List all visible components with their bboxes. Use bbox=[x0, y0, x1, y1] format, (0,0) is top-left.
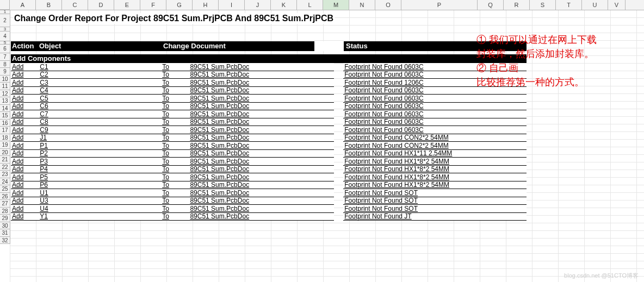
cell-change-document[interactable]: 89C51 Sum.PcbDoc bbox=[189, 158, 333, 166]
col-header-G[interactable]: G bbox=[166, 0, 193, 10]
cell-object[interactable]: C3 bbox=[39, 79, 161, 87]
row-header-9[interactable]: 9 bbox=[0, 68, 10, 76]
change-order-table[interactable]: AddC1To89C51 Sum.PcbDocFootprint Not Fou… bbox=[11, 63, 527, 221]
cell-status[interactable]: Footprint Not Found SOT bbox=[343, 205, 527, 213]
cell-status[interactable]: Footprint Not Found HX1*8*2 54MM bbox=[343, 158, 527, 166]
cell-object[interactable]: C2 bbox=[39, 71, 161, 79]
row-header-30[interactable]: 30 bbox=[0, 222, 10, 230]
cell-action[interactable]: Add bbox=[11, 212, 39, 221]
table-row[interactable]: AddC2To89C51 Sum.PcbDocFootprint Not Fou… bbox=[11, 71, 527, 79]
table-row[interactable]: AddJ1To89C51 Sum.PcbDocFootprint Not Fou… bbox=[11, 134, 527, 142]
cell-action[interactable]: Add bbox=[11, 149, 39, 158]
col-header-N[interactable]: N bbox=[349, 0, 375, 10]
row-header-16[interactable]: 16 bbox=[0, 120, 10, 127]
col-header-M[interactable]: M bbox=[323, 0, 349, 10]
table-row[interactable]: AddY1To89C51 Sum.PcbDocFootprint Not Fou… bbox=[11, 212, 527, 221]
cell-action[interactable]: Add bbox=[11, 126, 39, 134]
cell-status[interactable]: Footprint Not Found 0603C bbox=[343, 102, 527, 110]
col-header-R[interactable]: R bbox=[504, 0, 530, 10]
cell-change-document[interactable]: 89C51 Sum.PcbDoc bbox=[189, 189, 333, 197]
cell-to[interactable]: To bbox=[161, 110, 189, 118]
cell-object[interactable]: U4 bbox=[39, 205, 161, 213]
row-header-18[interactable]: 18 bbox=[0, 134, 10, 142]
cell-change-document[interactable]: 89C51 Sum.PcbDoc bbox=[189, 79, 333, 87]
cell-action[interactable]: Add bbox=[11, 71, 39, 79]
table-row[interactable]: AddP6To89C51 Sum.PcbDocFootprint Not Fou… bbox=[11, 181, 527, 189]
cell-object[interactable]: P4 bbox=[39, 165, 161, 173]
cell-change-document[interactable]: 89C51 Sum.PcbDoc bbox=[189, 63, 333, 71]
cell-change-document[interactable]: 89C51 Sum.PcbDoc bbox=[189, 173, 333, 181]
cell-to[interactable]: To bbox=[161, 126, 189, 134]
row-header-29[interactable]: 29 bbox=[0, 215, 10, 222]
cell-change-document[interactable]: 89C51 Sum.PcbDoc bbox=[189, 118, 333, 126]
cell-object[interactable]: P5 bbox=[39, 173, 161, 181]
cell-change-document[interactable]: 89C51 Sum.PcbDoc bbox=[189, 165, 333, 173]
table-row[interactable]: AddC5To89C51 Sum.PcbDocFootprint Not Fou… bbox=[11, 95, 527, 103]
table-row[interactable]: AddP2To89C51 Sum.PcbDocFootprint Not Fou… bbox=[11, 149, 527, 158]
cell-object[interactable]: C7 bbox=[39, 110, 161, 118]
cell-to[interactable]: To bbox=[161, 63, 189, 71]
cell-status[interactable]: Footprint Not Found JT bbox=[343, 212, 527, 221]
row-header-6[interactable]: 6 bbox=[0, 45, 10, 53]
cell-to[interactable]: To bbox=[161, 158, 189, 166]
cell-object[interactable]: J1 bbox=[39, 134, 161, 142]
row-header-32[interactable]: 32 bbox=[0, 237, 10, 245]
table-row[interactable]: AddC9To89C51 Sum.PcbDocFootprint Not Fou… bbox=[11, 126, 527, 134]
cell-to[interactable]: To bbox=[161, 181, 189, 189]
table-row[interactable]: AddU4To89C51 Sum.PcbDocFootprint Not Fou… bbox=[11, 205, 527, 213]
cell-status[interactable]: Footprint Not Found HX1*8*2 54MM bbox=[343, 181, 527, 189]
table-row[interactable]: AddP4To89C51 Sum.PcbDocFootprint Not Fou… bbox=[11, 165, 527, 173]
cell-object[interactable]: C6 bbox=[39, 102, 161, 110]
cell-object[interactable]: U1 bbox=[39, 189, 161, 197]
row-header-11[interactable]: 11 bbox=[0, 83, 10, 90]
cell-object[interactable]: P6 bbox=[39, 181, 161, 189]
table-row[interactable]: AddC6To89C51 Sum.PcbDocFootprint Not Fou… bbox=[11, 102, 527, 110]
cell-status[interactable]: Footprint Not Found CON2*2 54MM bbox=[343, 142, 527, 150]
cell-status[interactable]: Footprint Not Found 0603C bbox=[343, 95, 527, 103]
cell-action[interactable]: Add bbox=[11, 95, 39, 103]
table-row[interactable]: AddC4To89C51 Sum.PcbDocFootprint Not Fou… bbox=[11, 86, 527, 95]
cell-change-document[interactable]: 89C51 Sum.PcbDoc bbox=[189, 86, 333, 95]
cell-change-document[interactable]: 89C51 Sum.PcbDoc bbox=[189, 205, 333, 213]
cell-status[interactable]: Footprint Not Found HX1*11 2.54MM bbox=[343, 149, 527, 158]
cell-status[interactable]: Footprint Not Found SOT bbox=[343, 189, 527, 197]
cell-object[interactable]: P2 bbox=[39, 149, 161, 158]
cell-action[interactable]: Add bbox=[11, 134, 39, 142]
cell-object[interactable]: Y1 bbox=[39, 212, 161, 221]
row-header-2[interactable]: 2 bbox=[0, 14, 10, 27]
cell-to[interactable]: To bbox=[161, 102, 189, 110]
col-header-P[interactable]: P bbox=[401, 0, 478, 10]
col-header-S[interactable]: S bbox=[530, 0, 556, 10]
row-header-14[interactable]: 14 bbox=[0, 105, 10, 112]
col-header-Q[interactable]: Q bbox=[478, 0, 504, 10]
col-header-O[interactable]: O bbox=[375, 0, 401, 10]
cell-object[interactable]: P3 bbox=[39, 158, 161, 166]
cell-change-document[interactable]: 89C51 Sum.PcbDoc bbox=[189, 197, 333, 205]
row-header-24[interactable]: 24 bbox=[0, 178, 10, 186]
row-header-10[interactable]: 10 bbox=[0, 76, 10, 83]
row-header-17[interactable]: 17 bbox=[0, 127, 10, 134]
cell-status[interactable]: Footprint Not Found SOT bbox=[343, 197, 527, 205]
cell-to[interactable]: To bbox=[161, 197, 189, 205]
cell-status[interactable]: Footprint Not Found 0603C bbox=[343, 118, 527, 126]
table-row[interactable]: AddC3To89C51 Sum.PcbDocFootprint Not Fou… bbox=[11, 79, 527, 87]
cell-status[interactable]: Footprint Not Found HX1*8*2 54MM bbox=[343, 173, 527, 181]
cell-action[interactable]: Add bbox=[11, 79, 39, 87]
col-header-D[interactable]: D bbox=[88, 0, 114, 10]
row-header-12[interactable]: 12 bbox=[0, 90, 10, 98]
table-row[interactable]: AddC8To89C51 Sum.PcbDocFootprint Not Fou… bbox=[11, 118, 527, 126]
cell-object[interactable]: C5 bbox=[39, 95, 161, 103]
cell-to[interactable]: To bbox=[161, 86, 189, 95]
cell-change-document[interactable]: 89C51 Sum.PcbDoc bbox=[189, 212, 333, 221]
cell-action[interactable]: Add bbox=[11, 110, 39, 118]
col-header-U[interactable]: U bbox=[582, 0, 608, 10]
col-header-F[interactable]: F bbox=[140, 0, 166, 10]
col-header-B[interactable]: B bbox=[36, 0, 62, 10]
row-header-13[interactable]: 13 bbox=[0, 97, 10, 105]
cell-change-document[interactable]: 89C51 Sum.PcbDoc bbox=[189, 181, 333, 189]
cell-action[interactable]: Add bbox=[11, 63, 39, 71]
cell-object[interactable]: C4 bbox=[39, 86, 161, 95]
cell-to[interactable]: To bbox=[161, 205, 189, 213]
cell-object[interactable]: C9 bbox=[39, 126, 161, 134]
row-header-19[interactable]: 19 bbox=[0, 141, 10, 149]
